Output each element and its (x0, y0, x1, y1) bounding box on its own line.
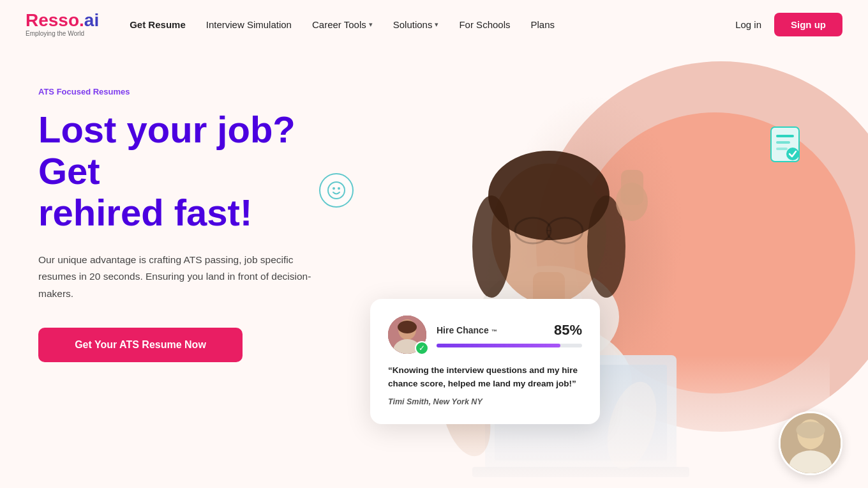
svg-point-32 (796, 422, 825, 438)
hire-card: ✓ Hire Chance™ 85% “Knowing the intervie… (370, 299, 600, 424)
hire-percentage: 85% (554, 322, 582, 339)
smiley-icon (319, 173, 354, 208)
nav-links: Get Resume Interview Simulation Career T… (130, 19, 735, 30)
hero-headline: Lost your job? Get rehired fast! (38, 109, 332, 234)
hero-section: ATS Focused Resumes Lost your job? Get r… (0, 49, 868, 488)
nav-solutions[interactable]: Solutions ▾ (393, 19, 439, 30)
hero-description: Our unique advantage is crafting ATS pas… (38, 252, 319, 302)
svg-rect-24 (776, 148, 788, 150)
checklist-icon (766, 125, 804, 164)
logo-tagline: Employing the World (26, 31, 99, 37)
svg-point-18 (328, 182, 345, 199)
logo-ai: ai (84, 10, 99, 30)
logo-dot: . (79, 10, 84, 30)
nav-auth: Log in Sign up (735, 13, 842, 36)
hero-left: ATS Focused Resumes Lost your job? Get r… (0, 49, 332, 488)
logo-resso: Resso (26, 10, 79, 30)
logo-text: Resso.ai (26, 11, 99, 29)
hire-info: Hire Chance™ 85% (437, 322, 582, 347)
hero-right: ✓ Hire Chance™ 85% “Knowing the intervie… (332, 49, 868, 488)
navbar: Resso.ai Employing the World Get Resume … (0, 0, 868, 49)
svg-rect-22 (776, 135, 794, 137)
svg-point-28 (398, 321, 417, 333)
hire-card-header: ✓ Hire Chance™ 85% (388, 316, 582, 354)
login-button[interactable]: Log in (735, 19, 761, 30)
hire-bar-fill (437, 344, 560, 347)
cta-button[interactable]: Get Your ATS Resume Now (38, 328, 243, 362)
hire-chance-label: Hire Chance™ (437, 325, 497, 335)
svg-point-19 (333, 187, 335, 190)
nav-career-tools[interactable]: Career Tools ▾ (312, 19, 373, 30)
svg-rect-23 (776, 141, 790, 144)
signup-button[interactable]: Sign up (774, 13, 842, 36)
hire-bar-track (437, 344, 582, 347)
hire-quote: “Knowing the interview questions and my … (388, 364, 582, 391)
nav-interview-simulation[interactable]: Interview Simulation (206, 19, 292, 30)
hire-check-icon: ✓ (415, 341, 429, 355)
hire-avatar: ✓ (388, 316, 426, 354)
nav-plans[interactable]: Plans (531, 19, 555, 30)
hire-author: Timi Smith, New York NY (388, 397, 582, 406)
ats-badge: ATS Focused Resumes (38, 87, 332, 96)
career-tools-chevron-icon: ▾ (369, 20, 373, 29)
floating-avatar-br (779, 411, 842, 475)
headline-line2: rehired fast! (38, 192, 252, 233)
svg-point-25 (786, 148, 799, 160)
logo[interactable]: Resso.ai Employing the World (26, 11, 99, 37)
headline-line1: Lost your job? Get (38, 109, 296, 192)
nav-get-resume[interactable]: Get Resume (130, 19, 186, 30)
solutions-chevron-icon: ▾ (435, 20, 438, 29)
nav-for-schools[interactable]: For Schools (459, 19, 510, 30)
svg-point-20 (338, 187, 340, 190)
